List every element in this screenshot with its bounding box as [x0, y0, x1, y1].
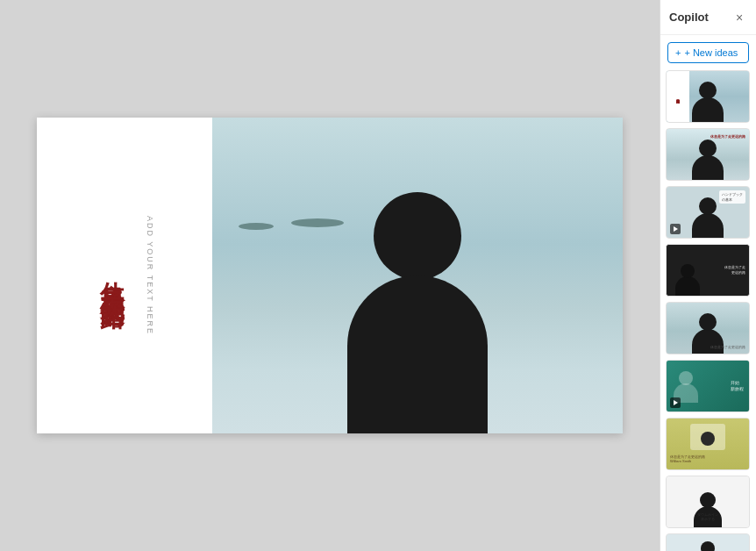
person-head: [374, 192, 461, 280]
slide-main-text: 休息是为了走更远的路: [95, 262, 128, 289]
thumb-2-body: [692, 155, 724, 180]
thumb-1-person: [692, 80, 724, 122]
thumb-7-inner: [690, 424, 725, 450]
thumb-3-video-icon: [670, 224, 681, 234]
slide: 休息是为了走更远的路 ADD YOUR TEXT HERE: [37, 118, 623, 433]
thumb-8-text: ダウムホイン表示する: [670, 512, 745, 522]
thumbnail-5[interactable]: 休息是为了走更远的路: [666, 302, 750, 354]
play-icon-2: [674, 400, 678, 405]
new-ideas-button[interactable]: + + New ideas: [667, 42, 749, 63]
thumbnail-9[interactable]: 休息是为了走更远: [666, 533, 750, 551]
thumbnail-4[interactable]: 休息是为了走更远的路: [666, 244, 750, 297]
play-icon: [674, 226, 678, 232]
thumbnail-6[interactable]: 开始新旅程: [666, 360, 750, 412]
canvas-area: 休息是为了走更远的路 ADD YOUR TEXT HERE: [0, 0, 660, 551]
thumb-3-body: [692, 213, 724, 238]
close-button[interactable]: ×: [731, 10, 747, 25]
thumbnail-3[interactable]: ハンドブックの基本: [666, 186, 750, 239]
slide-left-panel: 休息是为了走更远的路 ADD YOUR TEXT HERE: [37, 118, 212, 433]
thumbnail-list: 休息是为了走更远的路 休息是为了走更远的路 ハンドブックの基本: [660, 70, 756, 551]
thumb-6-text: 开始新旅程: [731, 380, 744, 392]
thumb-6-head: [679, 371, 693, 385]
thumb-4-head: [681, 264, 695, 278]
slide-image: [212, 118, 623, 433]
island-1: [239, 223, 274, 230]
thumb-1-text-panel: 休息是为了走更远的路: [667, 71, 689, 122]
person-silhouette: [347, 188, 488, 433]
thumb-4-text: 休息是为了走更远的路: [724, 265, 745, 275]
thumb-3-text: ハンドブックの基本: [719, 190, 745, 204]
sidebar-title: Copilot: [669, 11, 709, 24]
thumb-2-text: 休息是为了走更远的路: [710, 134, 745, 140]
thumb-9-head: [701, 541, 715, 551]
thumb-1-head: [699, 82, 717, 99]
thumb-2-person: [692, 138, 724, 180]
thumb-9-person: [695, 540, 720, 551]
thumbnail-7[interactable]: 休息是为了走更远的路William Smith: [666, 418, 750, 470]
plus-icon: +: [675, 47, 681, 58]
thumb-2-head: [699, 140, 717, 157]
person-body: [347, 276, 488, 433]
copilot-sidebar: Copilot × + + New ideas 休息是为了走更远的路 休息是为了…: [660, 0, 756, 551]
slide-text-container: 休息是为了走更远的路 ADD YOUR TEXT HERE: [95, 135, 154, 416]
thumb-6-video-icon: [670, 397, 681, 408]
thumb-5-head: [699, 313, 717, 331]
slide-sub-text: ADD YOUR TEXT HERE: [146, 216, 154, 335]
new-ideas-label: + New ideas: [684, 47, 738, 58]
thumb-5-text: 休息是为了走更远的路: [710, 345, 745, 350]
thumb-1-body: [692, 97, 724, 122]
thumb-3-head: [699, 197, 717, 215]
island-2: [291, 218, 344, 227]
thumb-7-text: 休息是为了走更远的路William Smith: [670, 454, 745, 464]
thumb-8-head: [700, 492, 716, 508]
thumbnail-1[interactable]: 休息是为了走更远的路: [666, 70, 750, 123]
thumbnail-8[interactable]: ダウムホイン表示する: [666, 476, 750, 528]
thumb-7-head: [701, 432, 715, 446]
thumb-4-person: [675, 262, 700, 296]
sidebar-header: Copilot ×: [660, 0, 756, 35]
thumb-4-body: [675, 276, 700, 296]
thumbnail-2[interactable]: 休息是为了走更远的路: [666, 128, 750, 181]
